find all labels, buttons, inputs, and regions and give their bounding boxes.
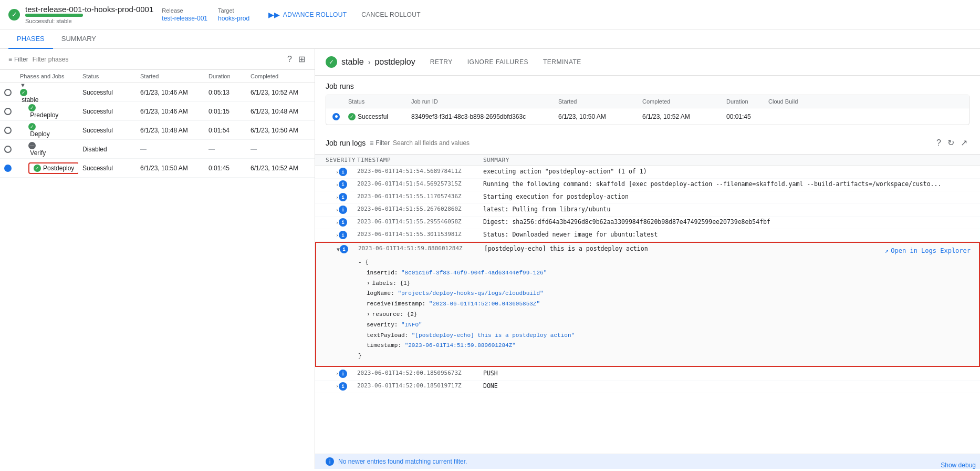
release-link[interactable]: test-release-001 bbox=[162, 15, 207, 22]
header-actions: ▶▶ ADVANCE ROLLOUT CANCEL ROLLOUT bbox=[264, 8, 425, 21]
log-row-timestamp-7: 2023-06-01T14:51:59.880601284Z bbox=[358, 245, 484, 252]
progress-bar bbox=[25, 14, 83, 17]
ignore-failures-button[interactable]: IGNORE FAILURES bbox=[463, 56, 533, 68]
log-row: › i 2023-06-01T14:51:55.267602860Z lates… bbox=[315, 204, 980, 217]
filter-toggle[interactable]: ≡ Filter bbox=[8, 56, 28, 63]
row-name-stable: ▼ ✓ stable bbox=[16, 81, 78, 104]
table-row: — Verify Disabled — — — bbox=[0, 140, 315, 159]
row-name-predeploy: ✓ Predeploy bbox=[16, 104, 78, 119]
row-duration-verify: — bbox=[204, 146, 246, 153]
log-col-timestamp: TIMESTAMP bbox=[357, 157, 483, 163]
phase-check-icon: ✓ bbox=[326, 56, 337, 68]
log-search-input[interactable] bbox=[393, 139, 930, 147]
log-col-severity: SEVERITY bbox=[326, 157, 357, 163]
job-col-status: Status bbox=[346, 98, 409, 105]
job-row-selector[interactable] bbox=[330, 113, 346, 120]
row-selector-postdeploy[interactable] bbox=[0, 165, 16, 172]
row-duration-deploy: 0:01:54 bbox=[204, 127, 246, 134]
json-insert-id: "8c01c16f-3f83-46f9-904f-4ad63444ef99-12… bbox=[401, 270, 547, 276]
row-selector-deploy[interactable] bbox=[0, 127, 16, 134]
tabs-bar: PHASES SUMMARY bbox=[0, 29, 980, 49]
job-runs-title: Job runs bbox=[315, 76, 980, 95]
advance-rollout-button[interactable]: ▶▶ ADVANCE ROLLOUT bbox=[264, 8, 351, 21]
right-panel: ✓ stable › postdeploy RETRY IGNORE FAILU… bbox=[315, 49, 980, 469]
row-duration-stable: 0:05:13 bbox=[204, 89, 246, 96]
row-started-predeploy: 6/1/23, 10:46 AM bbox=[136, 108, 204, 115]
json-resource-expand[interactable]: › bbox=[367, 310, 370, 320]
log-row-summary-5: Digest: sha256:dfd64a3b4296d8c9b62aa3309… bbox=[483, 218, 969, 226]
job-col-duration: Duration bbox=[724, 98, 766, 105]
log-action-buttons: ? ↻ ↗ bbox=[934, 136, 969, 150]
log-row-timestamp-3: 2023-06-01T14:51:55.117057436Z bbox=[357, 193, 483, 200]
job-row-id: 83499ef3-f3d1-48c3-b898-2695dbfd363c bbox=[409, 113, 556, 120]
row-name-postdeploy: ✓ Postdeploy bbox=[16, 162, 78, 174]
cancel-rollout-button[interactable]: CANCEL ROLLOUT bbox=[357, 9, 424, 21]
open-external-icon-button[interactable]: ↗ bbox=[958, 136, 969, 150]
title-block: ✓ test-release-001-to-hooks-prod-0001 Su… bbox=[8, 5, 153, 24]
release-meta: Release test-release-001 bbox=[162, 7, 207, 22]
progress-bar-fill bbox=[25, 14, 83, 17]
log-row-severity-9: › i bbox=[326, 382, 357, 391]
log-col-summary: SUMMARY bbox=[483, 157, 969, 163]
table-row: ▼ ✓ stable Successful 6/1/23, 10:46 AM 0… bbox=[0, 83, 315, 102]
job-col-cloudbuild: Cloud Build bbox=[766, 98, 829, 105]
job-runs-table: Status Job run ID Started Completed Dura… bbox=[326, 95, 969, 125]
row-duration-predeploy: 0:01:15 bbox=[204, 108, 246, 115]
show-debug-button[interactable]: Show debug bbox=[936, 459, 980, 469]
col-completed: Completed bbox=[246, 73, 315, 79]
job-col-id: Job run ID bbox=[409, 98, 556, 105]
help-icon-log-button[interactable]: ? bbox=[934, 136, 943, 150]
table-row: ✓ Deploy Successful 6/1/23, 10:48 AM 0:0… bbox=[0, 121, 315, 140]
col-duration: Duration bbox=[204, 73, 246, 79]
row-selector-predeploy[interactable] bbox=[0, 108, 16, 115]
job-row-duration: 00:01:45 bbox=[724, 113, 766, 120]
columns-icon-button[interactable]: ⊞ bbox=[297, 53, 306, 65]
row-started-stable: 6/1/23, 10:46 AM bbox=[136, 89, 204, 96]
terminate-button[interactable]: TERMINATE bbox=[539, 56, 586, 68]
row-name-verify: — Verify bbox=[16, 142, 78, 157]
tab-phases[interactable]: PHASES bbox=[8, 29, 53, 49]
retry-button[interactable]: RETRY bbox=[426, 56, 457, 68]
log-table: SEVERITY TIMESTAMP SUMMARY › i 2023-06-0… bbox=[315, 155, 980, 454]
row-name-deploy: ✓ Deploy bbox=[16, 123, 78, 138]
table-row: ✓ Predeploy Successful 6/1/23, 10:46 AM … bbox=[0, 102, 315, 121]
table-row: ✓ Postdeploy Successful 6/1/23, 10:50 AM… bbox=[0, 159, 315, 178]
log-row-timestamp-6: 2023-06-01T14:51:55.301153981Z bbox=[357, 231, 483, 238]
status-dot-deploy: ✓ bbox=[28, 123, 36, 130]
target-link[interactable]: hooks-prod bbox=[218, 15, 249, 22]
row-status-postdeploy: Successful bbox=[78, 165, 136, 172]
tab-summary[interactable]: SUMMARY bbox=[53, 29, 105, 49]
job-row-started: 6/1/23, 10:50 AM bbox=[556, 113, 640, 120]
log-row-timestamp-2: 2023-06-01T14:51:54.569257315Z bbox=[357, 180, 483, 187]
log-row-severity-5: › i bbox=[326, 218, 357, 227]
log-row-timestamp-1: 2023-06-01T14:51:54.568978411Z bbox=[357, 168, 483, 175]
row-completed-predeploy: 6/1/23, 10:48 AM bbox=[246, 108, 315, 115]
app-header: ✓ test-release-001-to-hooks-prod-0001 Su… bbox=[0, 0, 980, 29]
job-status-dot: ✓ bbox=[348, 113, 356, 120]
help-icon-button[interactable]: ? bbox=[286, 54, 293, 65]
job-row-completed: 6/1/23, 10:52 AM bbox=[640, 113, 724, 120]
chevron-right-icon: › bbox=[368, 58, 371, 66]
phase-header: ✓ stable › postdeploy RETRY IGNORE FAILU… bbox=[315, 49, 980, 76]
log-row-summary-3: Starting execution for postdeploy-action bbox=[483, 193, 969, 200]
filter-phases-input[interactable] bbox=[33, 56, 282, 63]
log-row-timestamp-9: 2023-06-01T14:52:00.185019717Z bbox=[357, 382, 483, 389]
open-logs-explorer-button[interactable]: ↗ Open in Logs Explorer bbox=[885, 247, 971, 254]
json-labels-expand[interactable]: › bbox=[367, 279, 370, 289]
status-icon: ✓ bbox=[8, 9, 20, 21]
log-row-summary-6: Status: Downloaded newer image for ubunt… bbox=[483, 231, 969, 238]
row-selector-verify[interactable] bbox=[0, 146, 16, 153]
refresh-icon-button[interactable]: ↻ bbox=[945, 136, 956, 150]
row-status-verify: Disabled bbox=[78, 146, 136, 153]
job-col-selector bbox=[330, 98, 346, 105]
row-started-postdeploy: 6/1/23, 10:50 AM bbox=[136, 165, 204, 172]
col-started: Started bbox=[136, 73, 204, 79]
expand-icon-stable[interactable]: ▼ bbox=[20, 82, 26, 88]
status-dot-postdeploy: ✓ bbox=[34, 165, 41, 172]
play-icon: ▶▶ bbox=[268, 11, 280, 19]
log-row-severity-7: ▼ i bbox=[327, 245, 358, 253]
row-selector-stable[interactable] bbox=[0, 89, 16, 96]
job-table-row: ✓ Successful 83499ef3-f3d1-48c3-b898-269… bbox=[326, 108, 969, 125]
phase-title: ✓ stable › postdeploy bbox=[326, 56, 415, 68]
filter-lines-icon-log: ≡ bbox=[370, 139, 373, 147]
